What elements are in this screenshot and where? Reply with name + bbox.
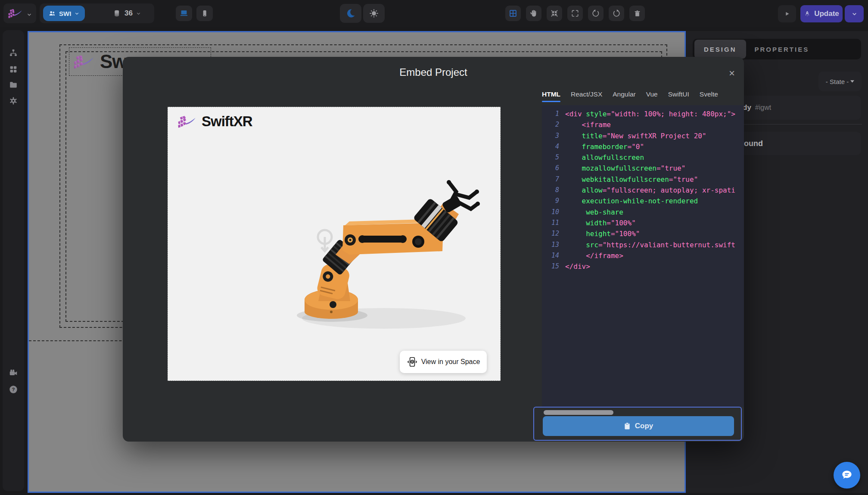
chevron-down-icon bbox=[74, 11, 80, 16]
view-in-space-label: View in your Space bbox=[421, 358, 480, 366]
workspace-label: SWI bbox=[59, 10, 71, 17]
update-options-button[interactable] bbox=[845, 5, 864, 22]
recorder-camera-icon[interactable] bbox=[9, 368, 18, 378]
sun-icon bbox=[369, 8, 379, 19]
view-in-space-button[interactable]: View in your Space bbox=[400, 351, 487, 373]
chat-bubble-icon bbox=[840, 468, 854, 483]
code-line: 7 webkitallowfullscreen="true" bbox=[546, 174, 744, 185]
canvas-brand-element[interactable]: Sw bbox=[73, 51, 127, 72]
copy-label: Copy bbox=[635, 422, 653, 430]
clipboard-icon bbox=[624, 422, 631, 430]
preview-brand-text: SwiftXR bbox=[202, 113, 252, 130]
preview-brand: SwiftXR bbox=[177, 113, 252, 130]
background-row[interactable]: round bbox=[729, 132, 861, 155]
undo-icon bbox=[591, 9, 600, 18]
code-tab-svelte[interactable]: Svelte bbox=[700, 90, 718, 102]
code-tab-vue[interactable]: Vue bbox=[646, 90, 658, 102]
update-button[interactable]: Update bbox=[800, 5, 843, 22]
help-icon[interactable]: ? bbox=[9, 385, 18, 394]
state-dropdown-label: - State - bbox=[826, 78, 849, 85]
horizontal-scrollbar[interactable] bbox=[544, 410, 613, 415]
code-line: 8 allow="fullscreen; autoplay; xr-spati bbox=[546, 185, 744, 196]
code-tab-swiftui[interactable]: SwiftUI bbox=[668, 90, 689, 102]
support-chat-button[interactable] bbox=[834, 462, 860, 489]
grid-view-button[interactable] bbox=[505, 6, 521, 21]
swiftxr-logo-icon bbox=[73, 52, 96, 71]
chevron-down-icon bbox=[851, 11, 858, 17]
modal-title: Embed Project bbox=[123, 66, 744, 78]
collapse-arrows-icon bbox=[550, 9, 559, 18]
update-label: Update bbox=[814, 9, 839, 18]
redo-icon bbox=[612, 9, 621, 18]
code-line: 1<div style="width: 100%; height: 480px;… bbox=[546, 109, 744, 119]
robot-arm-3d-model[interactable] bbox=[285, 173, 492, 336]
grid-icon bbox=[508, 9, 518, 18]
workspace-switcher[interactable]: SWI bbox=[43, 6, 85, 21]
people-icon bbox=[48, 9, 56, 17]
swiftxr-logo-icon bbox=[8, 7, 23, 19]
desktop-view-button[interactable] bbox=[176, 6, 192, 21]
code-line: 4 frameborder="0" bbox=[546, 141, 744, 152]
settings-gear-icon[interactable] bbox=[9, 96, 18, 106]
preview-play-button[interactable] bbox=[778, 5, 796, 22]
redo-button[interactable] bbox=[609, 6, 624, 21]
credits-count: 36 bbox=[124, 9, 133, 18]
copy-button[interactable]: Copy bbox=[543, 416, 734, 436]
fullscreen-button[interactable] bbox=[567, 6, 583, 21]
code-line: 6 mozallowfullscreen="true" bbox=[546, 163, 744, 174]
copy-section: Copy bbox=[533, 407, 742, 441]
embed-preview: SwiftXR bbox=[168, 107, 501, 381]
element-selector-row[interactable]: dy #igwt bbox=[729, 96, 861, 120]
tab-design[interactable]: DESIGN bbox=[694, 40, 746, 59]
project-menu-button[interactable] bbox=[3, 3, 36, 23]
delete-button[interactable] bbox=[629, 6, 645, 21]
code-line: 14 </iframe> bbox=[546, 250, 744, 261]
components-grid-icon[interactable] bbox=[9, 65, 18, 74]
close-icon[interactable]: × bbox=[724, 65, 740, 81]
swiftxr-editor: SWI 36 bbox=[0, 0, 868, 495]
chevron-down-icon bbox=[26, 12, 32, 18]
pan-tool-button[interactable] bbox=[526, 6, 541, 21]
moon-icon bbox=[345, 8, 356, 19]
element-id: #igwt bbox=[755, 104, 771, 112]
assets-folder-icon[interactable] bbox=[9, 80, 18, 90]
tab-properties[interactable]: PROPERTIES bbox=[746, 46, 818, 53]
code-line: 11 width="100%" bbox=[546, 218, 744, 228]
light-mode-button[interactable] bbox=[363, 4, 385, 23]
caret-down-icon bbox=[850, 80, 854, 83]
chevron-down-icon bbox=[136, 11, 141, 16]
code-line: 3 title="New swiftXR Project 20" bbox=[546, 131, 744, 141]
trash-icon bbox=[633, 9, 641, 18]
top-toolbar: SWI 36 bbox=[0, 0, 868, 27]
drag-hint-icon bbox=[318, 230, 332, 251]
rocket-icon bbox=[804, 10, 811, 17]
code-language-tabs: HTMLReact/JSXAngularVueSwiftUISvelte bbox=[542, 90, 718, 102]
svg-text:?: ? bbox=[12, 387, 15, 392]
code-line: 2 <iframe bbox=[546, 119, 744, 130]
background-label-fragment: round bbox=[741, 139, 763, 148]
hierarchy-icon[interactable] bbox=[9, 48, 18, 58]
phone-icon bbox=[200, 9, 209, 18]
play-icon bbox=[783, 10, 791, 18]
credits-dropdown[interactable]: 36 bbox=[113, 8, 141, 19]
inspector-tabs: DESIGN PROPERTIES bbox=[693, 39, 861, 59]
workspace-group: SWI 36 bbox=[40, 3, 154, 23]
code-line: 10 web-share bbox=[546, 207, 744, 218]
undo-button[interactable] bbox=[588, 6, 604, 21]
ar-phone-icon bbox=[407, 356, 418, 367]
coins-icon bbox=[113, 9, 121, 18]
code-line: 12 height="100%" bbox=[546, 228, 744, 239]
code-tab-angular[interactable]: Angular bbox=[613, 90, 635, 102]
code-line: 9 execution-while-not-rendered bbox=[546, 196, 744, 206]
state-dropdown[interactable]: - State - bbox=[818, 72, 862, 91]
laptop-icon bbox=[179, 9, 189, 18]
fullscreen-icon bbox=[571, 9, 579, 18]
code-tab-react-jsx[interactable]: React/JSX bbox=[571, 90, 602, 102]
hand-icon bbox=[529, 9, 538, 18]
mobile-view-button[interactable] bbox=[196, 6, 213, 21]
dark-mode-button[interactable] bbox=[340, 4, 361, 23]
embed-project-modal: Embed Project × SwiftXR bbox=[123, 57, 744, 442]
embed-code-panel[interactable]: 1<div style="width: 100%; height: 480px;… bbox=[542, 105, 744, 407]
collapse-button[interactable] bbox=[547, 6, 562, 21]
code-tab-html[interactable]: HTML bbox=[542, 90, 560, 102]
